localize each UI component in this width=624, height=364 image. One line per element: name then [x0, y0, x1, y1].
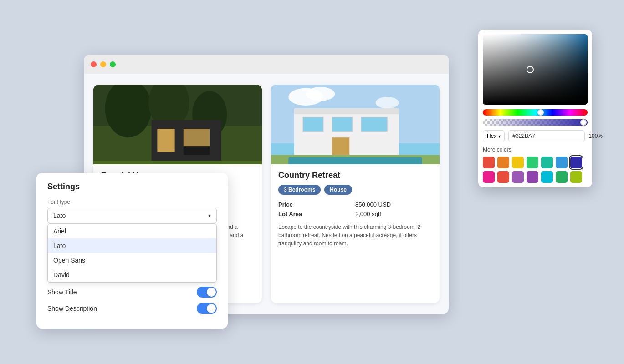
hex-format-label: Hex — [487, 133, 496, 139]
close-button[interactable] — [91, 61, 97, 67]
hex-value-input[interactable] — [508, 130, 585, 142]
svg-rect-7 — [184, 129, 210, 146]
opacity-value: 100% — [588, 133, 603, 139]
svg-rect-20 — [332, 137, 349, 155]
settings-panel: Settings Font type Lato ▾ Ariel Lato Ope… — [36, 173, 228, 329]
svg-rect-23 — [288, 157, 422, 164]
color-swatch-5[interactable] — [556, 157, 568, 168]
price-value-retreat: 850,000 USD — [355, 201, 432, 208]
color-swatch-6[interactable] — [570, 157, 582, 168]
color-swatch-1[interactable] — [497, 157, 509, 168]
card-details-retreat: Price 850,000 USD Lot Area 2,000 sqft — [278, 201, 432, 217]
font-selected-value: Lato — [53, 212, 66, 219]
badge-bedrooms-retreat: 3 Bedrooms — [278, 185, 321, 195]
card-body-retreat: Country Retreat 3 Bedrooms House Price 8… — [271, 164, 440, 303]
color-swatch-4[interactable] — [541, 157, 553, 168]
color-swatch-7[interactable] — [483, 171, 495, 183]
font-option-opensans[interactable]: Open Sans — [48, 253, 216, 268]
svg-rect-19 — [361, 117, 387, 132]
rainbow-thumb[interactable] — [537, 109, 544, 116]
font-dropdown-menu: Ariel Lato Open Sans David — [47, 223, 217, 283]
show-title-toggle[interactable] — [197, 287, 217, 298]
svg-rect-18 — [332, 117, 353, 132]
rainbow-slider[interactable] — [483, 109, 588, 116]
lot-label-retreat: Lot Area — [278, 211, 355, 217]
svg-rect-16 — [294, 108, 399, 114]
font-type-label: Font type — [47, 199, 217, 205]
font-option-lato[interactable]: Lato — [48, 238, 216, 253]
color-swatch-10[interactable] — [527, 171, 538, 183]
card-image-retreat — [271, 85, 440, 164]
color-picker-panel: Hex ▾ 100% More colors — [478, 30, 592, 187]
chevron-down-icon: ▾ — [208, 212, 211, 219]
card-image-coastal — [93, 85, 262, 164]
color-swatches — [483, 157, 588, 183]
color-swatch-8[interactable] — [497, 171, 509, 183]
alpha-thumb[interactable] — [580, 119, 587, 126]
show-title-label: Show Title — [47, 288, 77, 296]
color-gradient-box[interactable] — [483, 34, 588, 105]
svg-rect-6 — [157, 129, 174, 152]
settings-title: Settings — [47, 182, 217, 192]
maximize-button[interactable] — [110, 61, 116, 67]
hex-format-select[interactable]: Hex ▾ — [483, 130, 505, 142]
font-select-button[interactable]: Lato ▾ — [47, 208, 217, 223]
color-swatch-3[interactable] — [527, 157, 538, 168]
color-swatch-11[interactable] — [541, 171, 553, 183]
color-cursor[interactable] — [527, 66, 534, 73]
more-colors-label: More colors — [483, 147, 588, 153]
svg-rect-9 — [93, 161, 262, 164]
price-label-retreat: Price — [278, 201, 355, 208]
color-swatch-12[interactable] — [556, 171, 568, 183]
hex-row: Hex ▾ 100% — [483, 130, 588, 142]
font-select-wrapper: Lato ▾ Ariel Lato Open Sans David — [47, 208, 217, 223]
color-swatch-0[interactable] — [483, 157, 495, 168]
hex-format-chevron: ▾ — [498, 134, 501, 139]
window-titlebar — [84, 55, 449, 74]
show-description-label: Show Description — [47, 305, 97, 312]
alpha-slider[interactable] — [483, 119, 588, 126]
show-description-row: Show Description — [47, 303, 217, 314]
color-swatch-9[interactable] — [512, 171, 524, 183]
show-title-row: Show Title — [47, 287, 217, 298]
svg-rect-8 — [184, 146, 210, 155]
card-description-retreat: Escape to the countryside with this char… — [278, 223, 432, 248]
property-card-retreat: Country Retreat 3 Bedrooms House Price 8… — [271, 85, 440, 303]
font-option-david[interactable]: David — [48, 268, 216, 282]
show-description-toggle[interactable] — [197, 303, 217, 314]
color-swatch-2[interactable] — [512, 157, 524, 168]
svg-point-14 — [376, 97, 399, 109]
svg-point-13 — [306, 87, 335, 101]
badge-type-retreat: House — [324, 185, 352, 195]
color-swatch-13[interactable] — [570, 171, 582, 183]
minimize-button[interactable] — [100, 61, 106, 67]
card-title-retreat: Country Retreat — [278, 171, 432, 180]
font-option-ariel[interactable]: Ariel — [48, 224, 216, 238]
lot-value-retreat: 2,000 sqft — [355, 211, 432, 217]
svg-rect-17 — [303, 117, 323, 132]
badge-row-retreat: 3 Bedrooms House — [278, 185, 432, 195]
